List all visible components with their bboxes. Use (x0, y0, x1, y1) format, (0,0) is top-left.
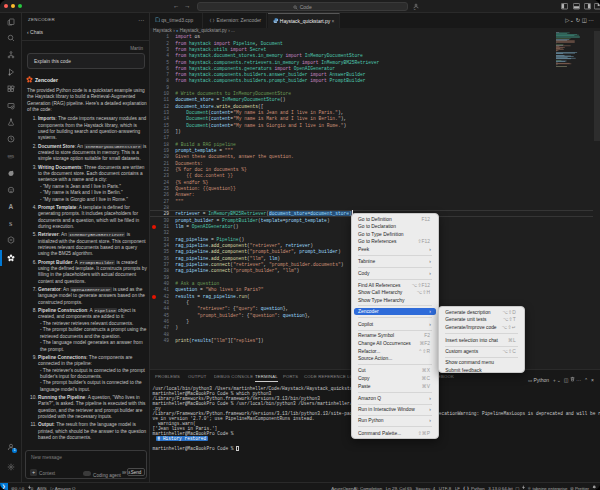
svg-text:+: + (156, 19, 158, 22)
svg-text:S: S (9, 221, 13, 227)
svg-text:A: A (9, 203, 14, 210)
svg-text:aws: aws (7, 154, 14, 158)
